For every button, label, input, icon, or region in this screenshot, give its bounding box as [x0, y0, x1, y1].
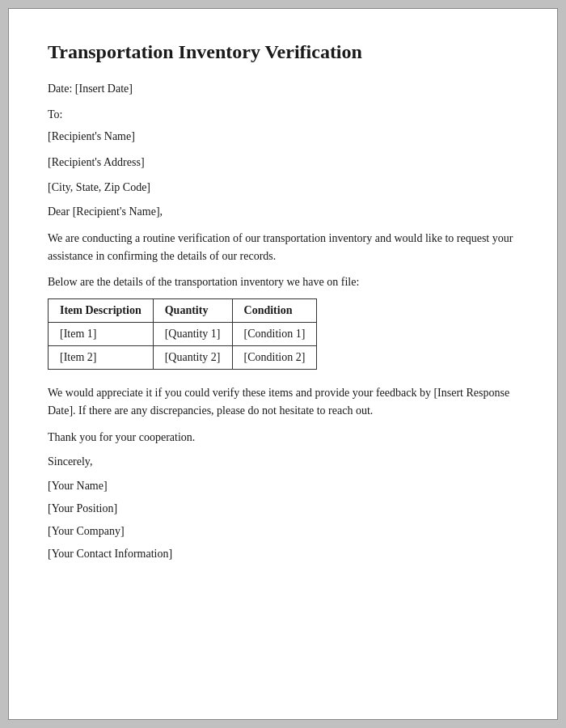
table-header-row: Item Description Quantity Condition	[49, 299, 317, 323]
sincerely-line: Sincerely,	[48, 455, 518, 468]
your-company: [Your Company]	[48, 525, 518, 538]
your-name: [Your Name]	[48, 480, 518, 493]
row2-quantity: [Quantity 2]	[153, 346, 232, 370]
row1-condition: [Condition 1]	[232, 323, 317, 346]
recipient-address: [Recipient's Address]	[48, 154, 518, 171]
table-row: [Item 2] [Quantity 2] [Condition 2]	[49, 346, 317, 370]
col-header-item-description: Item Description	[49, 299, 154, 323]
table-intro: Below are the details of the transportat…	[48, 276, 518, 289]
document-title: Transportation Inventory Verification	[48, 41, 518, 63]
your-contact: [Your Contact Information]	[48, 548, 518, 561]
greeting: Dear [Recipient's Name],	[48, 205, 518, 218]
thanks-line: Thank you for your cooperation.	[48, 431, 518, 444]
recipient-city: [City, State, Zip Code]	[48, 180, 518, 196]
row1-item: [Item 1]	[49, 323, 154, 346]
recipient-name: [Recipient's Name]	[48, 129, 518, 145]
your-position: [Your Position]	[48, 502, 518, 515]
row2-item: [Item 2]	[49, 346, 154, 370]
date-line: Date: [Insert Date]	[48, 81, 518, 97]
col-header-quantity: Quantity	[153, 299, 232, 323]
to-label: To:	[48, 107, 518, 123]
document-container: Transportation Inventory Verification Da…	[8, 8, 558, 720]
closing-paragraph: We would appreciate it if you could veri…	[48, 384, 518, 419]
body-paragraph-1: We are conducting a routine verification…	[48, 230, 518, 265]
row1-quantity: [Quantity 1]	[153, 323, 232, 346]
col-header-condition: Condition	[232, 299, 317, 323]
inventory-table: Item Description Quantity Condition [Ite…	[48, 298, 317, 370]
table-row: [Item 1] [Quantity 1] [Condition 1]	[49, 323, 317, 346]
row2-condition: [Condition 2]	[232, 346, 317, 370]
